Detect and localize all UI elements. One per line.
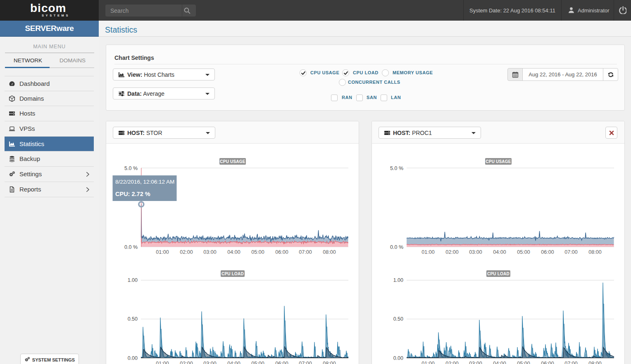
svg-text:02:00: 02:00 [445, 249, 458, 255]
svg-text:05:00: 05:00 [517, 249, 530, 255]
svg-text:0.00: 0.00 [128, 355, 138, 361]
svg-text:07:00: 07:00 [299, 249, 312, 255]
svg-text:07:00: 07:00 [564, 361, 577, 364]
svg-text:CPU USAGE: CPU USAGE [220, 159, 245, 164]
svg-text:04:00: 04:00 [493, 361, 506, 364]
svg-text:06:00: 06:00 [275, 249, 288, 255]
svg-text:08:00: 08:00 [588, 249, 601, 255]
svg-text:07:00: 07:00 [564, 249, 577, 255]
svg-text:03:00: 03:00 [203, 361, 216, 364]
svg-text:03:00: 03:00 [469, 249, 482, 255]
svg-text:8/22/2016, 12:06:12 AM: 8/22/2016, 12:06:12 AM [115, 179, 174, 185]
svg-text:05:00: 05:00 [517, 361, 530, 364]
svg-text:5.0 %: 5.0 % [390, 165, 403, 171]
svg-text:08:00: 08:00 [588, 361, 601, 364]
svg-text:CPU USAGE: CPU USAGE [486, 159, 511, 164]
svg-text:1.00: 1.00 [393, 277, 403, 283]
svg-text:01:00: 01:00 [156, 249, 169, 255]
svg-text:1.00: 1.00 [128, 277, 138, 283]
svg-text:01:00: 01:00 [156, 361, 169, 364]
svg-text:08:00: 08:00 [323, 249, 336, 255]
svg-text:03:00: 03:00 [203, 249, 216, 255]
svg-text:06:00: 06:00 [541, 249, 554, 255]
svg-text:04:00: 04:00 [493, 249, 506, 255]
svg-text:02:00: 02:00 [445, 361, 458, 364]
svg-text:03:00: 03:00 [469, 361, 482, 364]
svg-text:01:00: 01:00 [421, 361, 434, 364]
svg-text:01:00: 01:00 [421, 249, 434, 255]
svg-text:04:00: 04:00 [227, 249, 240, 255]
svg-text:02:00: 02:00 [180, 249, 193, 255]
svg-text:06:00: 06:00 [275, 361, 288, 364]
svg-text:0.0 %: 0.0 % [390, 244, 403, 250]
svg-text:0.00: 0.00 [393, 355, 403, 361]
svg-text:CPU LOAD: CPU LOAD [221, 272, 244, 276]
svg-text:05:00: 05:00 [251, 249, 264, 255]
svg-text:06:00: 06:00 [541, 361, 554, 364]
svg-text:07:00: 07:00 [299, 361, 312, 364]
svg-text:CPU: 2.72 %: CPU: 2.72 % [115, 191, 150, 197]
svg-text:02:00: 02:00 [180, 361, 193, 364]
svg-text:5.0 %: 5.0 % [124, 165, 138, 171]
svg-text:05:00: 05:00 [251, 361, 264, 364]
svg-text:08:00: 08:00 [323, 361, 336, 364]
svg-text:04:00: 04:00 [227, 361, 240, 364]
svg-text:0.0 %: 0.0 % [124, 244, 138, 250]
svg-text:CPU LOAD: CPU LOAD [487, 272, 510, 276]
svg-text:0.50: 0.50 [128, 316, 138, 322]
svg-text:0.50: 0.50 [393, 316, 403, 322]
